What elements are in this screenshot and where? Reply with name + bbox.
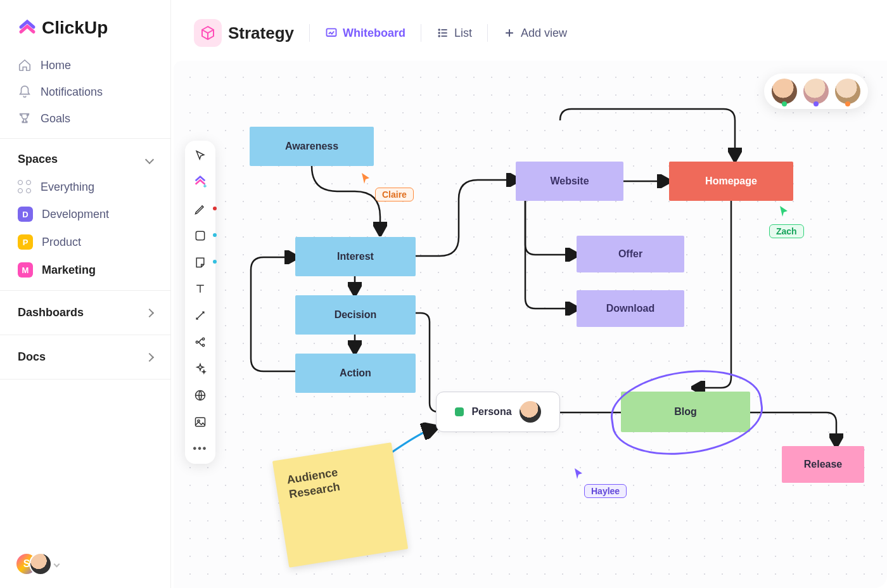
tab-whiteboard[interactable]: Whiteboard <box>316 22 414 45</box>
tool-image[interactable] <box>193 414 208 430</box>
clickup-logo-icon <box>18 18 37 37</box>
chevron-down-icon <box>54 561 60 567</box>
tool-ai[interactable] <box>193 361 208 376</box>
svg-point-1 <box>438 29 440 30</box>
spaces-header[interactable]: Spaces <box>0 145 170 174</box>
branch-icon <box>194 336 207 348</box>
trophy-icon <box>18 112 32 125</box>
connector-icon <box>194 309 207 322</box>
svg-rect-10 <box>196 418 205 426</box>
view-tabs: Strategy Whiteboard List Add view <box>171 0 887 61</box>
cursor-label-claire: Claire <box>375 188 414 201</box>
node-interest[interactable]: Interest <box>295 237 416 276</box>
presence-avatar[interactable] <box>772 79 797 104</box>
svg-text:+: + <box>203 182 207 189</box>
svg-rect-0 <box>327 29 336 36</box>
bell-icon <box>18 85 32 99</box>
cursor-icon <box>361 172 371 185</box>
nav-notifications[interactable]: Notifications <box>11 79 159 105</box>
sidebar-space-product[interactable]: P Product <box>0 228 170 256</box>
home-icon <box>18 58 32 72</box>
tool-shape[interactable] <box>193 228 208 243</box>
add-view-button[interactable]: Add view <box>494 22 576 45</box>
whiteboard-toolbar: + ••• <box>185 141 215 464</box>
cursor-label-zach: Zach <box>769 224 804 238</box>
svg-point-3 <box>438 35 440 37</box>
page-title: Strategy <box>228 23 294 43</box>
nav-goals[interactable]: Goals <box>11 105 159 132</box>
node-offer[interactable]: Offer <box>577 236 684 272</box>
node-persona[interactable]: Persona <box>436 392 560 432</box>
clickup-mini-icon: + <box>193 176 207 189</box>
sidebar: ClickUp Home Notifications Goals Spaces … <box>0 0 171 588</box>
presence-avatar[interactable] <box>803 79 829 104</box>
tool-mindmap[interactable] <box>193 335 208 350</box>
svg-point-8 <box>202 344 204 346</box>
tool-draw[interactable] <box>193 201 208 217</box>
sticky-icon <box>194 256 207 269</box>
everything-icon <box>18 180 32 194</box>
user-menu[interactable]: S <box>0 540 170 588</box>
plus-icon <box>503 27 516 39</box>
tool-connector[interactable] <box>193 308 208 323</box>
node-homepage[interactable]: Homepage <box>669 162 793 201</box>
node-release[interactable]: Release <box>782 446 864 483</box>
node-action[interactable]: Action <box>295 354 416 393</box>
sticky-note[interactable]: Audience Research <box>272 442 408 568</box>
list-icon <box>437 27 449 39</box>
chevron-right-icon <box>145 352 154 361</box>
presence-avatar[interactable] <box>835 79 860 104</box>
cursor-label-haylee: Haylee <box>584 484 627 498</box>
sidebar-everything[interactable]: Everything <box>0 174 170 200</box>
tool-task[interactable]: + <box>193 175 208 190</box>
sidebar-dashboards[interactable]: Dashboards <box>0 297 170 328</box>
brand-name: ClickUp <box>42 18 108 38</box>
cube-icon <box>200 25 215 41</box>
whiteboard-icon <box>325 27 338 39</box>
svg-point-6 <box>196 341 198 343</box>
tool-more[interactable]: ••• <box>193 441 208 456</box>
cursor-icon <box>194 150 207 162</box>
presence-bar[interactable] <box>764 74 868 109</box>
sidebar-space-development[interactable]: D Development <box>0 200 170 228</box>
tool-sticky[interactable] <box>193 255 208 270</box>
sparkle-icon <box>194 362 207 375</box>
tab-list[interactable]: List <box>428 22 481 45</box>
node-awareness[interactable]: Awareness <box>250 127 374 166</box>
square-icon <box>194 229 207 242</box>
brand-logo[interactable]: ClickUp <box>0 13 170 52</box>
user-avatar-photo <box>29 553 52 575</box>
status-badge <box>455 407 464 416</box>
space-icon[interactable] <box>194 19 222 47</box>
pen-icon <box>194 203 207 215</box>
tool-web[interactable] <box>193 388 208 403</box>
chevron-down-icon <box>145 155 154 163</box>
svg-rect-5 <box>196 231 204 240</box>
whiteboard-canvas[interactable]: + ••• <box>174 61 887 588</box>
node-decision[interactable]: Decision <box>295 295 416 335</box>
sidebar-space-marketing[interactable]: M Marketing <box>0 256 170 284</box>
sidebar-docs[interactable]: Docs <box>0 342 170 373</box>
globe-icon <box>194 389 207 402</box>
chevron-right-icon <box>145 308 154 317</box>
tool-select[interactable] <box>193 148 208 163</box>
nav-home[interactable]: Home <box>11 52 159 79</box>
node-download[interactable]: Download <box>577 290 684 327</box>
cursor-icon <box>779 205 789 218</box>
avatar <box>520 401 541 423</box>
svg-point-7 <box>202 338 204 340</box>
node-website[interactable]: Website <box>516 162 623 201</box>
svg-point-2 <box>438 32 440 34</box>
text-icon <box>194 283 207 295</box>
cursor-icon <box>574 468 584 480</box>
image-icon <box>194 416 207 428</box>
tool-text[interactable] <box>193 281 208 297</box>
annotation-circle[interactable] <box>606 361 768 464</box>
